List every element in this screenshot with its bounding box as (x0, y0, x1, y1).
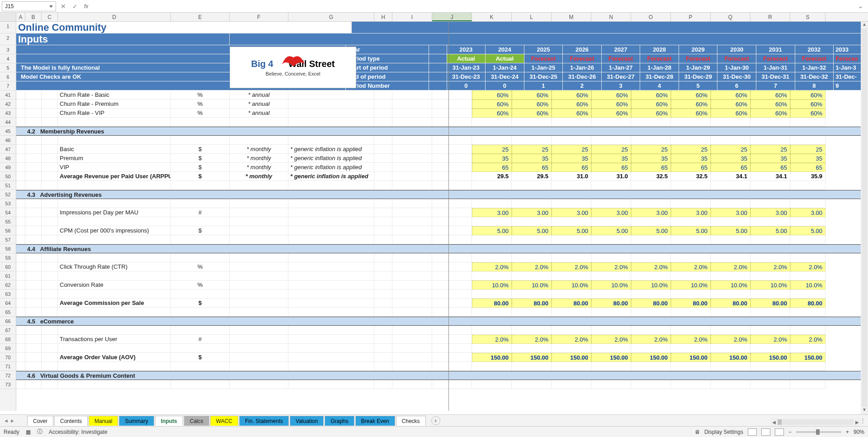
row-header-58[interactable]: 58 (0, 244, 16, 253)
row-header-4[interactable]: 4 (0, 54, 16, 63)
row-header-49[interactable]: 49 (0, 163, 16, 172)
scroll-right-icon[interactable]: ► (854, 419, 861, 426)
row-header-44[interactable]: 44 (0, 118, 16, 127)
row-header-51[interactable]: 51 (0, 181, 16, 190)
display-settings-icon[interactable]: 🖥 (694, 429, 700, 435)
row-header-66[interactable]: 66 (0, 317, 16, 326)
row-header-7[interactable]: 7 (0, 81, 16, 90)
select-all-corner[interactable] (0, 13, 16, 21)
row-header-45[interactable]: 45 (0, 127, 16, 136)
zoom-slider[interactable] (796, 431, 841, 433)
confirm-icon[interactable]: ✓ (71, 3, 80, 10)
row-header-52[interactable]: 52 (0, 190, 16, 199)
sheet-tab-break-even[interactable]: Break Even (355, 416, 395, 426)
row-header-64[interactable]: 64 (0, 299, 16, 308)
view-normal-button[interactable] (748, 428, 757, 436)
col-header-I[interactable]: I (392, 13, 432, 21)
row-header-55[interactable]: 55 (0, 217, 16, 226)
col-header-L[interactable]: L (512, 13, 552, 21)
sheet-tab-summary[interactable]: Summary (119, 416, 154, 426)
col-header-Q[interactable]: Q (711, 13, 750, 21)
scroll-left-icon[interactable]: ◄ (770, 419, 778, 426)
scroll-up-icon[interactable]: ▲ (861, 22, 868, 29)
sheet-tab-calcs[interactable]: Calcs (184, 416, 209, 426)
accessibility-icon[interactable]: ⓘ (37, 428, 42, 436)
sheet-tab-manual[interactable]: Manual (89, 416, 118, 426)
row-header-47[interactable]: 47 (0, 145, 16, 154)
cells-area[interactable]: Big 4 Wall Street Believe, Conceive, Exc… (16, 22, 868, 411)
col-header-N[interactable]: N (591, 13, 631, 21)
row-header-54[interactable]: 54 (0, 208, 16, 217)
tab-split-icon[interactable]: ⋮ (860, 417, 866, 424)
view-page-layout-button[interactable] (761, 428, 770, 436)
row-header-6[interactable]: 6 (0, 72, 16, 81)
col-header-F[interactable]: F (230, 13, 288, 21)
col-header-R[interactable]: R (750, 13, 790, 21)
row-header-42[interactable]: 42 (0, 100, 16, 109)
zoom-out-button[interactable]: − (788, 429, 792, 435)
row-header-1[interactable]: 1 (0, 22, 16, 33)
col-header-J[interactable]: J (432, 13, 472, 21)
col-header-D[interactable]: D (58, 13, 171, 21)
row-header-5[interactable]: 5 (0, 63, 16, 72)
row-header-72[interactable]: 72 (0, 371, 16, 380)
col-header-K[interactable]: K (472, 13, 512, 21)
zoom-in-button[interactable]: + (846, 429, 849, 435)
sheet-tab-fin-statements[interactable]: Fin. Statements (239, 416, 289, 426)
row-header-71[interactable]: 71 (0, 362, 16, 371)
col-header-O[interactable]: O (631, 13, 671, 21)
formula-expand-icon[interactable]: ⌄ (858, 3, 866, 10)
new-sheet-button[interactable]: + (431, 416, 440, 425)
col-header-B[interactable]: B (25, 13, 42, 21)
col-header-P[interactable]: P (671, 13, 711, 21)
zoom-level[interactable]: 90% (854, 429, 864, 435)
row-header-65[interactable]: 65 (0, 308, 16, 317)
col-header-H[interactable]: H (374, 13, 392, 21)
cancel-icon[interactable]: ✕ (59, 3, 68, 10)
status-display-settings[interactable]: Display Settings (704, 429, 743, 435)
row-header-41[interactable]: 41 (0, 90, 16, 100)
fx-label[interactable]: fx (82, 3, 88, 10)
row-header-60[interactable]: 60 (0, 262, 16, 271)
row-header-50[interactable]: 50 (0, 172, 16, 181)
vertical-scrollbar[interactable]: ▲ ▼ (861, 22, 868, 414)
row-header-68[interactable]: 68 (0, 335, 16, 344)
scroll-down-icon[interactable]: ▼ (861, 407, 868, 414)
sheet-tab-inputs[interactable]: Inputs (155, 416, 183, 426)
sheet-tab-valuation[interactable]: Valuation (290, 416, 324, 426)
formula-input[interactable] (91, 1, 855, 11)
row-header-61[interactable]: 61 (0, 271, 16, 280)
horizontal-scrollbar[interactable]: ◄ ► (770, 418, 861, 426)
col-header-G[interactable]: G (288, 13, 374, 21)
col-header-E[interactable]: E (171, 13, 230, 21)
sheet-tab-cover[interactable]: Cover (27, 416, 53, 426)
row-header-46[interactable]: 46 (0, 136, 16, 145)
col-header-M[interactable]: M (552, 13, 591, 21)
sheet-tab-checks[interactable]: Checks (396, 416, 426, 426)
col-header-A[interactable]: A (16, 13, 25, 21)
sheet-tab-wacc[interactable]: WACC (210, 416, 238, 426)
tab-nav-buttons[interactable]: ◄ ► (0, 415, 19, 427)
row-header-43[interactable]: 43 (0, 109, 16, 118)
row-header-70[interactable]: 70 (0, 353, 16, 362)
row-header-59[interactable]: 59 (0, 253, 16, 262)
col-header-C[interactable]: C (42, 13, 58, 21)
row-header-2[interactable]: 2 (0, 33, 16, 45)
row-header-67[interactable]: 67 (0, 326, 16, 335)
status-accessibility[interactable]: Accessibility: Investigate (49, 429, 108, 435)
row-header-63[interactable]: 63 (0, 290, 16, 299)
name-box[interactable]: J15 (2, 1, 56, 11)
row-header-53[interactable]: 53 (0, 199, 16, 208)
row-header-48[interactable]: 48 (0, 154, 16, 163)
row-header-3[interactable]: 3 (0, 45, 16, 54)
macro-icon[interactable]: ▦ (26, 429, 31, 435)
col-header-S[interactable]: S (790, 13, 826, 21)
row-header-56[interactable]: 56 (0, 226, 16, 235)
sheet-tab-graphs[interactable]: Graphs (325, 416, 354, 426)
sheet-tab-contents[interactable]: Contents (54, 416, 88, 426)
row-header-69[interactable]: 69 (0, 344, 16, 353)
row-header-62[interactable]: 62 (0, 280, 16, 290)
view-page-break-button[interactable] (775, 428, 784, 436)
row-header-57[interactable]: 57 (0, 235, 16, 244)
row-header-73[interactable]: 73 (0, 380, 16, 389)
